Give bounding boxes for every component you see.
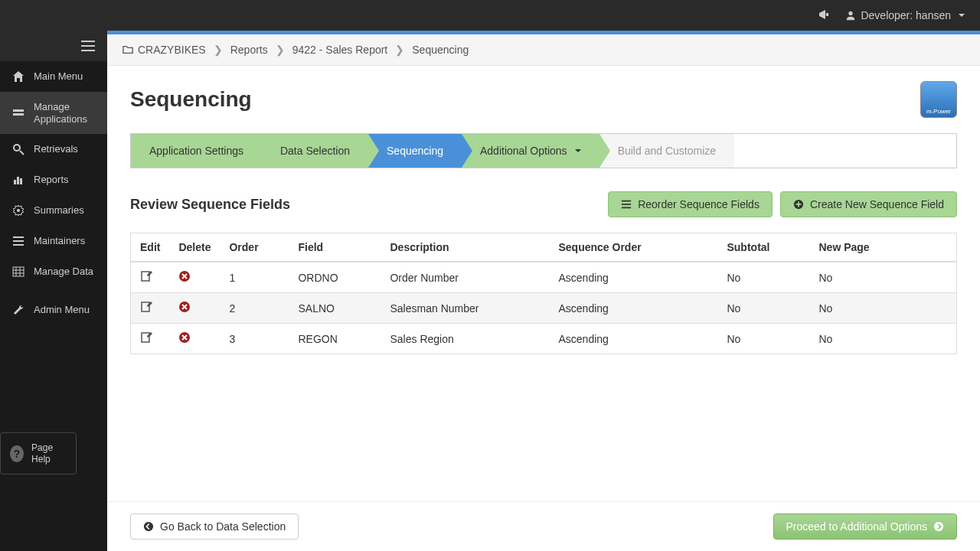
breadcrumb-label: CRAZYBIKES	[138, 44, 206, 56]
sequence-table: Edit Delete Order Field Description Sequ…	[130, 233, 957, 354]
edit-icon[interactable]	[140, 301, 152, 313]
home-icon	[12, 70, 24, 83]
button-label: Go Back to Data Selection	[160, 520, 286, 533]
sidebar-item-label: Main Menu	[34, 70, 83, 83]
wizard-step-build-customize: Build and Customize	[599, 134, 734, 168]
sidebar-item-label: Summaries	[34, 204, 84, 217]
footer: Go Back to Data Selection Proceed to Add…	[107, 501, 980, 551]
cell-sequence-order: Ascending	[549, 262, 717, 293]
cell-subtotal: No	[717, 293, 809, 324]
svg-point-30	[934, 522, 943, 531]
svg-rect-7	[20, 178, 22, 184]
th-edit: Edit	[131, 233, 170, 262]
sidebar-item-main-menu[interactable]: Main Menu	[0, 61, 107, 92]
cell-subtotal: No	[717, 262, 809, 293]
svg-rect-12	[13, 267, 24, 276]
cell-description: Order Number	[381, 262, 549, 293]
breadcrumb-item-root[interactable]: CRAZYBIKES	[122, 44, 206, 56]
breadcrumb-label: Sequencing	[412, 44, 469, 56]
button-label: Create New Sequence Field	[810, 198, 944, 210]
svg-rect-6	[17, 177, 19, 184]
breadcrumb-item-report[interactable]: 9422 - Sales Report	[292, 44, 388, 56]
user-menu[interactable]: Developer: hansen	[845, 9, 965, 21]
wizard-step-application-settings[interactable]: Application Settings	[131, 134, 262, 168]
delete-icon[interactable]	[178, 331, 191, 344]
arrow-right-circle-icon	[933, 521, 944, 532]
sidebar-item-label: Maintainers	[34, 235, 85, 247]
svg-rect-17	[622, 201, 631, 202]
svg-rect-25	[142, 302, 149, 311]
cell-field: REGON	[289, 324, 381, 354]
wizard-step-data-selection[interactable]: Data Selection	[262, 134, 368, 168]
folder-icon	[122, 44, 133, 55]
page-help-button[interactable]: ? Page Help	[0, 432, 77, 474]
sidebar-item-label: Retrievals	[34, 143, 78, 155]
list-icon	[12, 235, 24, 247]
svg-rect-19	[622, 207, 631, 209]
svg-rect-5	[14, 180, 16, 184]
reorder-button[interactable]: Reorder Sequence Fields	[608, 191, 773, 217]
chevron-right-icon: ❯	[214, 44, 223, 56]
mpower-logo: m-Power	[920, 81, 957, 118]
delete-icon[interactable]	[178, 270, 191, 282]
page-title: Sequencing	[130, 87, 252, 112]
wizard-step-label: Sequencing	[387, 145, 443, 157]
svg-rect-23	[142, 272, 149, 281]
sidebar-item-reports[interactable]: Reports	[0, 165, 107, 195]
reorder-icon	[621, 199, 632, 210]
svg-rect-2	[13, 113, 24, 116]
svg-point-8	[17, 209, 20, 212]
cell-new-page: No	[809, 293, 956, 324]
th-field: Field	[289, 233, 381, 262]
cell-new-page: No	[809, 324, 956, 354]
table-row: 2SALNOSalesman NumberAscendingNoNo	[131, 293, 957, 324]
chart-icon	[12, 174, 24, 186]
th-description: Description	[381, 233, 549, 262]
user-label: Developer: hansen	[861, 9, 951, 21]
cell-field: ORDNO	[289, 262, 381, 293]
create-button[interactable]: Create New Sequence Field	[780, 191, 957, 217]
svg-rect-11	[13, 244, 24, 246]
delete-icon[interactable]	[178, 301, 191, 313]
svg-point-0	[849, 11, 853, 15]
svg-rect-27	[142, 333, 149, 342]
breadcrumb-item-reports[interactable]: Reports	[230, 44, 268, 56]
svg-rect-18	[622, 204, 631, 205]
button-label: Reorder Sequence Fields	[638, 198, 760, 210]
cell-description: Sales Region	[381, 324, 549, 354]
edit-icon[interactable]	[140, 270, 152, 282]
table-row: 3REGONSales RegionAscendingNoNo	[131, 324, 957, 354]
caret-down-icon	[575, 149, 581, 152]
sidebar-item-manage-data[interactable]: Manage Data	[0, 256, 107, 287]
section-title: Review Sequence Fields	[130, 197, 290, 213]
announcement-icon[interactable]	[818, 8, 830, 23]
topbar: Developer: hansen	[0, 0, 980, 31]
wrench-icon	[12, 304, 24, 316]
hamburger-icon	[81, 41, 95, 51]
breadcrumb: CRAZYBIKES ❯ Reports ❯ 9422 - Sales Repo…	[107, 34, 980, 66]
svg-point-29	[144, 522, 153, 531]
sidebar-item-admin-menu[interactable]: Admin Menu	[0, 295, 107, 325]
hamburger-button[interactable]	[0, 31, 107, 61]
proceed-button[interactable]: Proceed to Additional Options	[773, 514, 957, 540]
cell-sequence-order: Ascending	[549, 293, 717, 324]
sidebar-item-manage-applications[interactable]: Manage Applications	[0, 92, 107, 134]
back-button[interactable]: Go Back to Data Selection	[130, 514, 299, 540]
wizard-step-label: Application Settings	[149, 145, 243, 157]
th-order: Order	[220, 233, 289, 262]
wizard-step-additional-options[interactable]: Additional Options	[462, 134, 599, 168]
wizard-step-sequencing[interactable]: Sequencing	[368, 134, 462, 168]
edit-icon[interactable]	[140, 331, 152, 344]
wizard-steps: Application Settings Data Selection Sequ…	[130, 133, 957, 168]
cell-field: SALNO	[289, 293, 381, 324]
arrow-left-circle-icon	[143, 521, 154, 532]
chevron-right-icon: ❯	[395, 44, 404, 56]
svg-rect-22	[795, 204, 801, 205]
sidebar-item-summaries[interactable]: Summaries	[0, 195, 107, 226]
sidebar-item-label: Manage Data	[34, 266, 93, 278]
sidebar-item-maintainers[interactable]: Maintainers	[0, 226, 107, 256]
sidebar-item-retrievals[interactable]: Retrievals	[0, 134, 107, 165]
main-content: CRAZYBIKES ❯ Reports ❯ 9422 - Sales Repo…	[107, 31, 980, 551]
page-help-label: Page Help	[31, 442, 67, 465]
applications-icon	[12, 107, 24, 119]
